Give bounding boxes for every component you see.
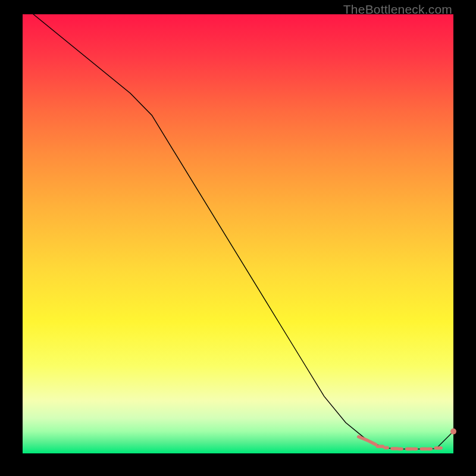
series-highlight-segment xyxy=(359,437,376,444)
series-curve xyxy=(23,5,453,449)
series-highlight-dashes xyxy=(377,446,441,449)
curve-path xyxy=(23,5,453,449)
series-end-dot xyxy=(450,428,456,434)
highlight-segment-path xyxy=(359,437,376,444)
end-dot-circle xyxy=(450,428,456,434)
chart-plot xyxy=(23,14,453,453)
